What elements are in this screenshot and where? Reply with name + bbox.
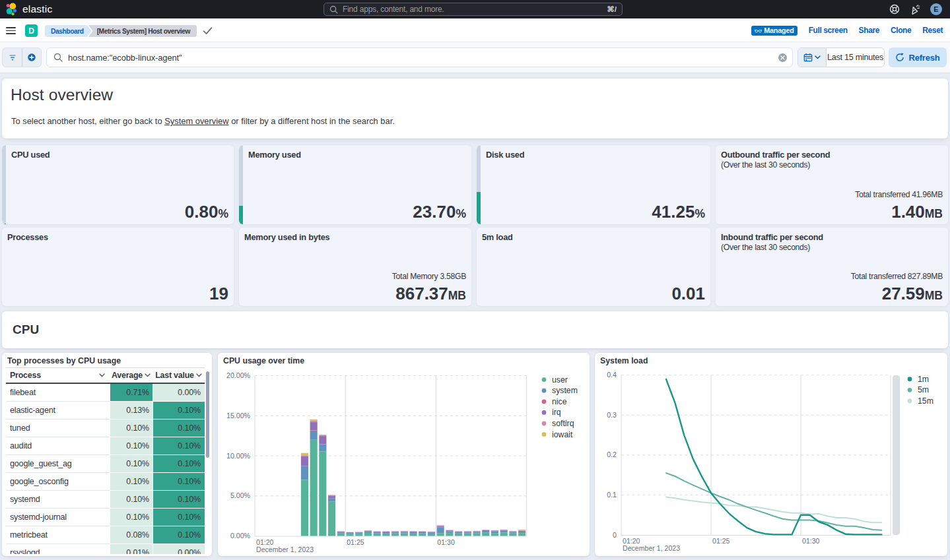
- y-axis-label: 0.2: [607, 451, 617, 458]
- x-axis-date-label: December 1, 2023: [256, 545, 314, 553]
- metric-title: Disk used: [486, 150, 524, 160]
- bar-segment-system: [518, 532, 526, 533]
- query-input[interactable]: host.name:"ecobb-linux-agent": [46, 47, 793, 67]
- navbar: D Dashboard [Metrics System] Host overvi…: [0, 18, 950, 42]
- search-placeholder: Find apps, content, and more.: [343, 5, 607, 14]
- legend-item-system[interactable]: system: [552, 386, 578, 395]
- table-row[interactable]: systemd-journal 0.10% 0.10%: [6, 509, 205, 526]
- metric-secondary: Total transferred 41.96MB: [855, 190, 943, 199]
- legend-item-iowait[interactable]: iowait: [552, 430, 573, 439]
- clone-button[interactable]: Clone: [891, 26, 911, 35]
- metrics-grid: CPU used0.80%Memory used23.70%Disk used4…: [2, 145, 948, 306]
- y-axis-label: 10.00%: [226, 452, 251, 460]
- elastic-logo[interactable]: elastic: [0, 3, 52, 16]
- cell-average: 0.13%: [110, 402, 153, 420]
- cell-process: metricbeat: [6, 526, 110, 544]
- table-row[interactable]: filebeat 0.71% 0.00%: [6, 384, 205, 402]
- cell-average: 0.10%: [110, 437, 153, 455]
- table-row[interactable]: google_osconfig 0.10% 0.10%: [6, 473, 205, 491]
- bar-segment-system: [410, 532, 417, 534]
- bar-segment-user: [319, 451, 326, 536]
- legend-item-softirq[interactable]: softirq: [552, 419, 574, 428]
- x-axis-label: 01:25: [712, 537, 730, 545]
- bar-segment-system: [446, 531, 453, 533]
- table-row[interactable]: auditd 0.10% 0.10%: [6, 437, 205, 455]
- reset-button[interactable]: Reset: [922, 26, 943, 35]
- cell-average: 0.10%: [110, 420, 153, 437]
- clear-query-button[interactable]: [778, 53, 787, 62]
- breadcrumb-current[interactable]: [Metrics System] Host overview: [88, 25, 197, 37]
- close-icon: [780, 55, 785, 60]
- x-axis-label: 01:30: [802, 537, 820, 545]
- full-screen-button[interactable]: Full screen: [809, 26, 848, 35]
- bar-segment-system: [500, 531, 508, 533]
- metric-card[interactable]: Inbound traffic per second(Over the last…: [716, 228, 948, 306]
- chart-scrollbar[interactable]: [893, 375, 900, 535]
- dashboard-app-badge[interactable]: D: [25, 24, 38, 37]
- time-range-button[interactable]: Last 15 minutes: [827, 48, 884, 67]
- table-row[interactable]: elastic-agent 0.13% 0.10%: [6, 402, 205, 420]
- cell-last-value: 0.10%: [153, 437, 205, 455]
- help-icon[interactable]: [889, 4, 900, 15]
- user-avatar[interactable]: E: [930, 3, 942, 15]
- table-row[interactable]: tuned 0.10% 0.10%: [6, 420, 205, 437]
- bar-segment-user: [410, 534, 417, 536]
- legend-item-1m[interactable]: 1m: [918, 375, 929, 384]
- metric-progress-track: [239, 145, 243, 224]
- table-row[interactable]: systemd 0.10% 0.10%: [6, 491, 205, 509]
- metric-progress-track: [477, 145, 481, 224]
- share-button[interactable]: Share: [859, 26, 879, 35]
- table-scrollbar[interactable]: [206, 371, 209, 458]
- metric-progress-fill: [2, 224, 6, 224]
- bar-segment-system: [437, 528, 444, 534]
- filter-menu-button[interactable]: [3, 48, 22, 67]
- x-axis-label: 01:30: [437, 538, 455, 546]
- cell-average: 0.71%: [110, 384, 153, 402]
- legend-item-5m[interactable]: 5m: [918, 385, 929, 394]
- table-row[interactable]: metricbeat 0.08% 0.10%: [6, 526, 205, 544]
- metric-card[interactable]: Memory used in bytesTotal Memory 3.58GB8…: [239, 228, 471, 306]
- cell-process: auditd: [6, 437, 110, 455]
- metric-card[interactable]: Outbound traffic per second(Over the las…: [716, 145, 948, 224]
- bar-segment-user: [301, 480, 308, 536]
- metric-card[interactable]: CPU used0.80%: [2, 145, 234, 224]
- cell-average: 0.10%: [110, 491, 153, 509]
- menu-icon[interactable]: [6, 27, 16, 34]
- bar-segment-user: [382, 534, 390, 536]
- add-filter-button[interactable]: [22, 48, 41, 67]
- legend-item-irq[interactable]: irq: [552, 408, 561, 417]
- bar-segment-irq: [410, 532, 417, 532]
- bar-segment-user: [337, 534, 345, 536]
- table-row[interactable]: google_guest_ag 0.10% 0.10%: [6, 455, 205, 473]
- metric-value: 867.37MB: [395, 285, 466, 302]
- managed-badge[interactable]: Managed: [751, 26, 797, 36]
- bar-segment-user: [437, 533, 444, 536]
- metric-card[interactable]: 5m load0.01: [477, 228, 710, 306]
- global-search-input[interactable]: Find apps, content, and more. ⌘/: [323, 3, 623, 16]
- system-overview-link[interactable]: System overview: [164, 116, 228, 126]
- cell-last-value: 0.00%: [153, 544, 205, 554]
- filter-icon: [9, 55, 16, 61]
- column-header-average[interactable]: Average: [110, 371, 153, 380]
- metric-card[interactable]: Processes19: [2, 228, 234, 306]
- query-search-icon: [53, 53, 63, 62]
- cell-process: tuned: [6, 420, 110, 437]
- table-row[interactable]: rsyslogd 0.01% 0.00%: [6, 544, 205, 554]
- cell-average: 0.10%: [110, 509, 153, 526]
- legend-item-nice[interactable]: nice: [552, 397, 567, 406]
- column-header-process[interactable]: Process: [6, 371, 110, 380]
- newsfeed-icon[interactable]: [910, 4, 920, 15]
- date-picker-menu-button[interactable]: [798, 48, 827, 67]
- metric-card[interactable]: Memory used23.70%: [239, 145, 471, 224]
- bar-segment-irq: [509, 531, 516, 532]
- breadcrumb-dashboard[interactable]: Dashboard: [45, 25, 92, 37]
- column-header-last-value[interactable]: Last value: [153, 371, 205, 380]
- metric-progress-track: [2, 145, 6, 224]
- legend-item-user[interactable]: user: [552, 375, 568, 385]
- refresh-button[interactable]: Refresh: [889, 47, 947, 67]
- bar-segment-user: [509, 534, 516, 536]
- check-icon[interactable]: [203, 27, 213, 35]
- bar-segment-system: [455, 532, 462, 534]
- metric-card[interactable]: Disk used41.25%: [477, 145, 710, 224]
- legend-item-15m[interactable]: 15m: [918, 396, 933, 406]
